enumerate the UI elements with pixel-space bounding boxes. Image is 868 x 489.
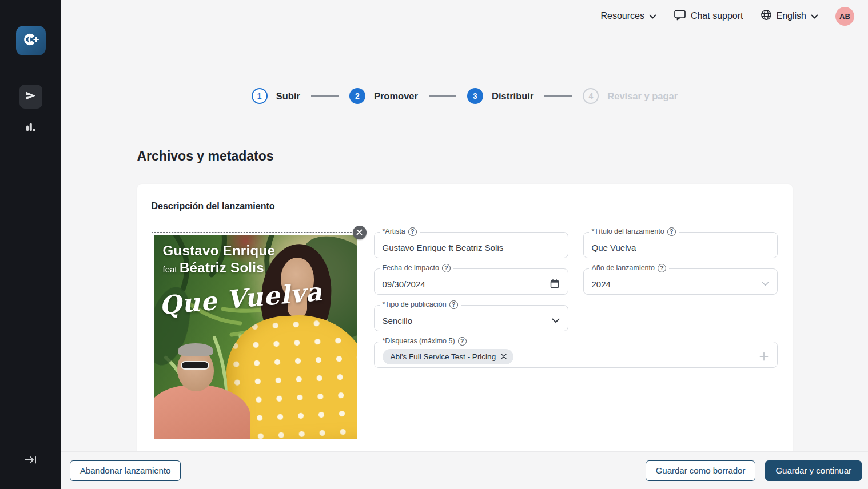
impact-date-value: 09/30/2024 (383, 279, 425, 289)
add-label-icon[interactable] (759, 351, 769, 362)
save-draft-button[interactable]: Guardar como borrador (646, 460, 756, 481)
release-year-field[interactable]: Año de lanzamiento 2024 (583, 268, 778, 295)
chat-bubble-icon (674, 9, 686, 23)
cover-artist-text: Gustavo Enrique (163, 243, 276, 259)
publication-type-label: *Tipo de publicación (383, 300, 447, 309)
step-label: Distribuir (492, 91, 533, 102)
user-avatar[interactable]: AB (835, 7, 854, 26)
step-number: 4 (583, 88, 599, 104)
help-icon[interactable] (442, 264, 451, 272)
arrow-to-bar-icon (23, 457, 38, 467)
step-connector (429, 95, 456, 97)
step-number: 1 (252, 88, 268, 104)
artwork-upload: Gustavo Enrique feat Béatriz Solis Que V… (152, 232, 360, 442)
step-revisar-y-pagar: 4 Revisar y pagar (583, 88, 678, 104)
abandon-release-button[interactable]: Abandonar lanzamiento (70, 460, 181, 481)
action-footer: Abandonar lanzamiento Guardar como borra… (61, 451, 868, 489)
close-icon (356, 227, 363, 238)
step-label: Subir (276, 91, 300, 102)
calendar-icon[interactable] (550, 279, 560, 289)
release-year-value: 2024 (592, 279, 611, 289)
release-form: *Artista Gustavo Enrique ft Beatriz Soli… (374, 232, 778, 442)
impact-date-field[interactable]: Fecha de impacto 09/30/2024 (374, 268, 568, 295)
album-cover-image: Gustavo Enrique feat Béatriz Solis Que V… (154, 235, 357, 439)
artwork-dropzone[interactable]: Gustavo Enrique feat Béatriz Solis Que V… (152, 232, 360, 442)
help-icon[interactable] (658, 264, 666, 272)
sunglasses (181, 361, 209, 370)
help-icon[interactable] (458, 337, 467, 346)
step-number: 3 (467, 88, 483, 104)
sidebar-item-releases[interactable] (19, 85, 42, 109)
release-description-card: Descripción del lanzamiento (137, 184, 793, 470)
sidebar-collapse-button[interactable] (23, 455, 38, 467)
step-connector (544, 95, 572, 97)
impact-date-label: Fecha de impacto (383, 264, 439, 272)
help-icon[interactable] (408, 227, 417, 236)
step-connector (311, 95, 339, 97)
release-stepper: 1 Subir 2 Promover 3 Distribuir 4 Revisa… (61, 88, 868, 104)
soundwave-plus-logo-icon (21, 30, 41, 51)
record-labels-field[interactable]: *Disqueras (máximo 5) Abi's Full Service… (374, 342, 778, 368)
app-logo[interactable] (16, 26, 46, 55)
step-number: 2 (349, 88, 365, 104)
artist-label: *Artista (383, 227, 405, 236)
remove-artwork-button[interactable] (353, 226, 367, 239)
chevron-down-icon (811, 11, 818, 21)
artist-value: Gustavo Enrique ft Beatriz Solis (383, 243, 504, 252)
step-promover[interactable]: 2 Promover (349, 88, 418, 104)
chevron-down-icon[interactable] (762, 282, 769, 286)
record-label-chip[interactable]: Abi's Full Service Test - Pricing (383, 349, 514, 364)
record-labels-label: *Disqueras (máximo 5) (383, 337, 455, 346)
page-title: Archivos y metadatos (137, 149, 793, 164)
main-area: Resources Chat support Eng (61, 0, 868, 470)
publication-type-value: Sencillo (383, 316, 413, 326)
chat-support-button[interactable]: Chat support (674, 9, 743, 23)
section-title: Descripción del lanzamiento (152, 201, 778, 211)
topbar: Resources Chat support Eng (61, 0, 868, 32)
step-distribuir[interactable]: 3 Distribuir (467, 88, 533, 104)
content: Archivos y metadatos Descripción del lan… (137, 149, 793, 470)
release-title-field[interactable]: *Título del lanzamiento Que Vuelva (583, 232, 778, 258)
release-title-label: *Título del lanzamiento (592, 227, 664, 236)
chevron-down-icon[interactable] (552, 318, 560, 323)
artist-field[interactable]: *Artista Gustavo Enrique ft Beatriz Soli… (374, 232, 568, 258)
avatar-initials: AB (839, 12, 850, 21)
language-selector[interactable]: English (761, 9, 818, 23)
sidebar (0, 0, 61, 489)
sidebar-item-analytics[interactable] (19, 119, 42, 137)
chip-label: Abi's Full Service Test - Pricing (391, 352, 496, 361)
language-label: English (777, 11, 806, 21)
help-icon[interactable] (449, 300, 458, 309)
help-icon[interactable] (667, 227, 676, 236)
step-subir[interactable]: 1 Subir (252, 88, 300, 104)
chat-support-label: Chat support (691, 11, 743, 21)
resources-label: Resources (600, 11, 644, 21)
chevron-down-icon (649, 11, 656, 21)
globe-icon (761, 9, 772, 23)
send-icon (24, 89, 37, 105)
resources-menu[interactable]: Resources (600, 11, 656, 21)
publication-type-field[interactable]: *Tipo de publicación Sencillo (374, 305, 568, 331)
release-title-value: Que Vuelva (592, 243, 636, 252)
save-continue-button[interactable]: Guardar y continuar (765, 460, 862, 481)
bar-chart-icon (25, 121, 37, 135)
step-label: Promover (374, 91, 418, 102)
step-label: Revisar y pagar (607, 91, 678, 102)
cover-feat-text: feat Béatriz Solis (163, 260, 264, 276)
release-year-label: Año de lanzamiento (592, 264, 655, 272)
chip-remove-icon[interactable] (501, 354, 507, 359)
